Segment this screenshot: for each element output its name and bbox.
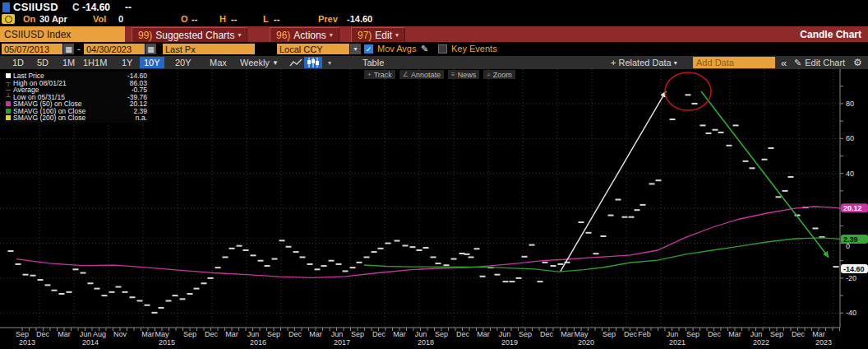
menu-edit[interactable]: 97)Edit▾ (351, 27, 405, 42)
legend-low-marker-icon: ┴ (6, 93, 11, 100)
edit-chart-button[interactable]: ✎Edit Chart (794, 57, 845, 68)
x-tick-month: Mar (58, 330, 71, 338)
range-tab-10y[interactable]: 10Y (140, 57, 164, 68)
period-label: Weekly (240, 58, 270, 67)
gear-icon[interactable]: ⚙ (853, 57, 862, 68)
ticker-symbol: CSIIUSD (13, 1, 58, 13)
annotate-button[interactable]: ∠Annotate (399, 70, 444, 79)
currency-dropdown-icon[interactable]: ▾ (350, 44, 361, 54)
low-label: L (263, 14, 269, 24)
window-icon (2, 2, 10, 12)
mov-avgs-label: Mov Avgs (377, 44, 417, 54)
currency-select[interactable]: Local CCY (277, 44, 349, 54)
news-label: News (458, 71, 477, 79)
red-circle-annotation (665, 72, 711, 110)
x-tick-month: Jun (415, 330, 427, 338)
range-tab-1h1m[interactable]: 1H1M (79, 57, 111, 68)
y-tick-label: 80 (846, 100, 854, 108)
menu-bar: CSIIUSD Index 99)Suggested Charts▾96)Act… (0, 26, 868, 42)
x-tick-month: Mar (561, 330, 574, 338)
add-data-input[interactable] (693, 57, 775, 68)
price-badge-value: -14.60 (843, 265, 865, 273)
y-tick-label: -20 (846, 274, 856, 282)
menu-number: 96) (276, 30, 290, 41)
news-icon: ≡ (451, 71, 455, 78)
zoom-label: Zoom (493, 71, 512, 79)
x-tick-month: Jun (80, 330, 92, 338)
x-tick-month: Sep (686, 330, 699, 338)
mov-avgs-checkbox[interactable]: ✓ (364, 44, 373, 54)
white-up-arrow-annotation (561, 91, 666, 271)
annotations-layer (561, 72, 829, 271)
range-tab-5d[interactable]: 5D (33, 57, 53, 68)
range-tab-1m[interactable]: 1M (58, 57, 79, 68)
x-tick-year: 2015 (159, 338, 175, 347)
x-tick-month: Sep (351, 330, 364, 338)
related-data-button[interactable]: + Related Data ▾ (607, 57, 681, 68)
menu-suggested-charts[interactable]: 99)Suggested Charts▾ (132, 27, 247, 42)
pencil-icon[interactable]: ✎ (421, 44, 428, 54)
date-from-input[interactable]: 05/07/2013 (2, 44, 62, 54)
x-tick-month: Nov (113, 330, 127, 338)
close-value: -14.60 (82, 2, 110, 13)
news-button[interactable]: ≡News (448, 70, 479, 79)
prev-label: Prev (318, 14, 338, 24)
x-tick-month: Dec (456, 330, 470, 338)
price-field-select[interactable]: Last Px (163, 44, 255, 54)
annotate-icon: ∠ (403, 71, 409, 78)
range-tab-20y[interactable]: 20Y (171, 57, 196, 68)
moving-average-layer (16, 207, 840, 277)
x-axis-labels: Sep2013DecMarJun2014AugNovMarMay2015SepD… (16, 330, 832, 347)
chart-floating-toolbar: +Track ∠Annotate ≡News ⌕Zoom (364, 70, 515, 79)
security-field[interactable]: CSIIUSD Index (0, 26, 125, 42)
x-tick-year: 2023 (815, 338, 832, 347)
on-label: On (23, 14, 35, 24)
range-tab-1y[interactable]: 1Y (118, 57, 136, 68)
range-bar: 1D5D1M1H1M1Y10Y20YMax Weekly ▼ ▾ Table +… (0, 56, 868, 69)
menu-actions[interactable]: 96)Actions▾ (270, 27, 339, 42)
line-chart-type-button[interactable] (287, 57, 305, 68)
crosshair-icon: + (367, 71, 372, 78)
price-badge-value: 20.12 (843, 204, 862, 212)
key-events-label: Key Events (451, 44, 497, 54)
edit-chart-label: Edit Chart (805, 58, 845, 67)
range-tab-1d[interactable]: 1D (8, 57, 28, 68)
x-tick-month: Sep (603, 330, 616, 338)
y-tick-label: 40 (846, 170, 854, 178)
x-tick-year: 2019 (501, 338, 518, 347)
legend-swatch (6, 101, 11, 106)
calendar-icon[interactable]: ▦ (145, 44, 156, 54)
range-tab-max[interactable]: Max (205, 57, 231, 68)
collapse-panel-button[interactable]: « (781, 57, 787, 68)
key-events-checkbox[interactable] (438, 44, 447, 54)
chevron-down-icon: ▼ (272, 59, 279, 67)
x-tick-month: Dec (708, 330, 722, 338)
table-button[interactable]: Table (358, 57, 388, 68)
x-tick-month: Jun (331, 330, 344, 338)
delayed-clock-icon (2, 14, 15, 24)
chart-type-dropdown[interactable]: ▾ (326, 57, 334, 68)
prev-value: -14.60 (347, 14, 372, 24)
x-tick-year: 2016 (250, 338, 266, 347)
date-to-input[interactable]: 04/30/2023 (84, 44, 145, 54)
x-tick-month: Sep (267, 330, 280, 338)
menu-number: 99) (138, 30, 152, 41)
pencil-icon: ✎ (794, 58, 801, 68)
calendar-icon[interactable]: ▦ (63, 44, 74, 54)
zoom-button[interactable]: ⌕Zoom (483, 70, 515, 79)
candle-chart-type-button[interactable] (304, 57, 322, 68)
session-date: 30 Apr (39, 14, 67, 24)
x-tick-year: 2021 (669, 338, 686, 347)
x-tick-month: Sep (16, 330, 29, 338)
x-tick-month: Dec (372, 330, 386, 338)
chevron-down-icon: ▾ (674, 59, 677, 67)
track-label: Track (374, 71, 392, 79)
period-select[interactable]: Weekly ▼ (236, 57, 283, 68)
chevron-down-icon: ▾ (238, 31, 241, 39)
legend-row[interactable]: SMAVG (200) on Closen.a. (6, 114, 147, 122)
track-button[interactable]: +Track (364, 70, 395, 79)
x-tick-month: Mar (728, 330, 741, 338)
candle-chart-icon (307, 58, 320, 67)
x-tick-month: Dec (36, 330, 50, 338)
close-extra: -- (125, 2, 132, 13)
